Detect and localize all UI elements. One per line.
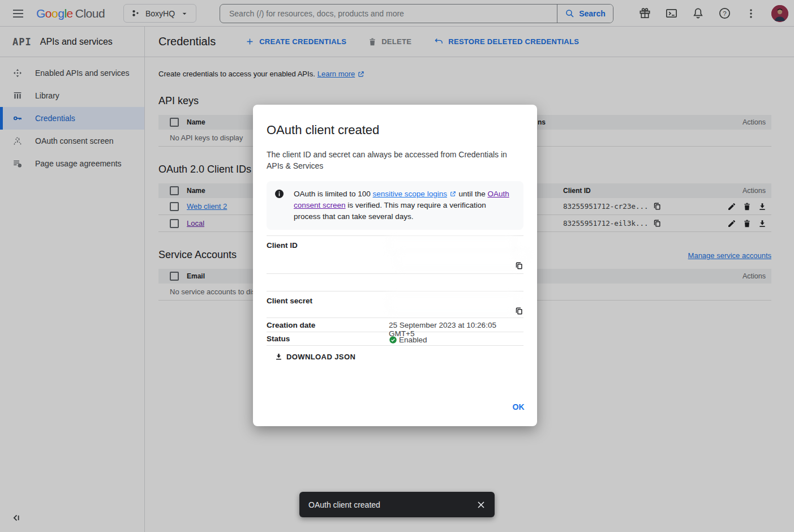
info-banner: OAuth is limited to 100 sensitive scope … xyxy=(267,181,523,230)
client-id-value-redacted xyxy=(389,236,523,273)
copy-icon[interactable] xyxy=(515,261,523,270)
dialog-fields: Client ID Client secret Creation date 2 xyxy=(267,235,523,346)
copy-icon[interactable] xyxy=(515,307,523,315)
redacted-blob xyxy=(397,252,520,268)
creation-date-value: 25 September 2023 at 10:26:05 GMT+5 xyxy=(389,318,523,332)
status-value: Enabled xyxy=(399,336,427,344)
info-icon xyxy=(274,188,285,222)
creation-date-row: Creation date 25 September 2023 at 10:26… xyxy=(267,318,523,332)
client-secret-value-redacted xyxy=(389,291,523,318)
status-label: Status xyxy=(267,332,389,345)
redacted-blob xyxy=(516,251,529,259)
creation-date-label: Creation date xyxy=(267,318,389,332)
redacted-blob xyxy=(389,294,516,312)
client-secret-label: Client secret xyxy=(267,291,389,318)
screen: GoogleCloud BoxyHQ Search ? API APIs and… xyxy=(0,0,794,532)
row-spacer xyxy=(267,274,523,291)
dialog-subtitle: The client ID and secret can always be a… xyxy=(267,149,517,171)
snackbar-message: OAuth client created xyxy=(308,500,475,509)
close-icon[interactable] xyxy=(475,499,487,510)
download-icon xyxy=(274,353,283,361)
dialog-title: OAuth client created xyxy=(267,123,523,138)
client-id-row: Client ID xyxy=(267,235,523,274)
oauth-client-created-dialog: OAuth client created The client ID and s… xyxy=(253,105,537,426)
redacted-blob xyxy=(389,238,514,253)
client-id-label: Client ID xyxy=(267,236,389,273)
info-text: OAuth is limited to 100 sensitive scope … xyxy=(294,188,514,222)
snackbar: OAuth client created xyxy=(299,492,495,517)
client-secret-row: Client secret xyxy=(267,291,523,318)
check-circle-icon xyxy=(389,336,397,344)
download-json-button[interactable]: DOWNLOAD JSON xyxy=(274,353,355,361)
status-row: Status Enabled xyxy=(267,332,523,346)
sensitive-scope-logins-link[interactable]: sensitive scope logins xyxy=(373,190,447,198)
ok-button[interactable]: OK xyxy=(512,402,525,411)
external-link-icon xyxy=(449,190,457,198)
